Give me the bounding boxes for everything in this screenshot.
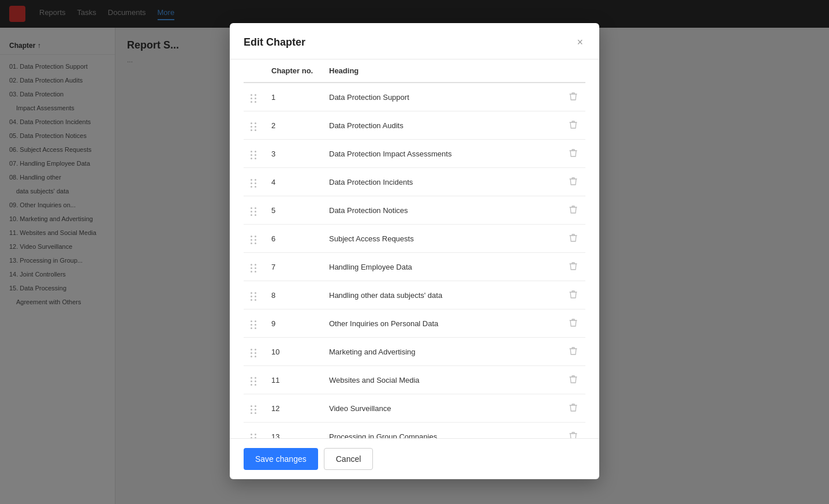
table-row: 11Websites and Social Media	[244, 366, 585, 394]
chapter-heading: Data Protection Notices	[324, 196, 562, 225]
table-row: 3Data Protection Impact Assessments	[244, 140, 585, 168]
chapter-number: 4	[267, 168, 324, 196]
trash-icon	[569, 233, 577, 242]
cancel-button[interactable]: Cancel	[324, 448, 374, 470]
table-row: 9Other Inquiries on Personal Data	[244, 309, 585, 338]
chapter-heading: Marketing and Advertising	[324, 338, 562, 366]
delete-cell	[562, 196, 585, 225]
chapter-heading: Data Protection Incidents	[324, 168, 562, 196]
trash-icon	[569, 177, 577, 186]
table-row: 7Handling Employee Data	[244, 253, 585, 281]
table-row: 10Marketing and Advertising	[244, 338, 585, 366]
delete-cell	[562, 83, 585, 111]
delete-cell	[562, 140, 585, 168]
chapter-number: 10	[267, 338, 324, 366]
chapter-heading: Data Protection Impact Assessments	[324, 140, 562, 168]
chapter-heading: Subject Access Requests	[324, 225, 562, 253]
drag-handle[interactable]	[248, 148, 259, 162]
delete-cell	[562, 111, 585, 140]
chapter-heading: Video Surveillance	[324, 394, 562, 423]
drag-handle-cell	[244, 111, 267, 140]
col-heading-header: Heading	[324, 59, 562, 83]
drag-handle[interactable]	[248, 290, 259, 303]
drag-handle[interactable]	[248, 431, 259, 438]
drag-handle-cell	[244, 338, 267, 366]
delete-chapter-button[interactable]	[567, 288, 580, 303]
delete-chapter-button[interactable]	[567, 146, 580, 162]
table-row: 6Subject Access Requests	[244, 225, 585, 253]
chapter-number: 12	[267, 394, 324, 423]
table-row: 5Data Protection Notices	[244, 196, 585, 225]
trash-icon	[569, 375, 577, 384]
drag-handle-cell	[244, 309, 267, 338]
drag-handle-cell	[244, 423, 267, 439]
delete-chapter-button[interactable]	[567, 259, 580, 275]
delete-cell	[562, 253, 585, 281]
chapter-heading: Handling other data subjects' data	[324, 281, 562, 309]
drag-handle-cell	[244, 225, 267, 253]
drag-handle[interactable]	[248, 375, 259, 388]
drag-handle[interactable]	[248, 262, 259, 275]
trash-icon	[569, 148, 577, 158]
chapter-heading: Data Protection Audits	[324, 111, 562, 140]
chapter-heading: Handling Employee Data	[324, 253, 562, 281]
chapter-number: 5	[267, 196, 324, 225]
delete-chapter-button[interactable]	[567, 174, 580, 190]
delete-chapter-button[interactable]	[567, 401, 580, 416]
chapter-number: 1	[267, 83, 324, 111]
modal-header: Edit Chapter ×	[230, 23, 599, 59]
drag-handle[interactable]	[248, 205, 259, 218]
trash-icon	[569, 318, 577, 327]
modal-overlay: Edit Chapter × Chapter no. Heading	[0, 0, 829, 504]
chapter-heading: Websites and Social Media	[324, 366, 562, 394]
delete-cell	[562, 309, 585, 338]
drag-handle[interactable]	[248, 177, 259, 190]
delete-cell	[562, 366, 585, 394]
chapter-number: 7	[267, 253, 324, 281]
drag-handle-cell	[244, 281, 267, 309]
drag-handle[interactable]	[248, 92, 259, 105]
table-row: 13Processing in Group Companies	[244, 423, 585, 439]
table-row: 12Video Surveillance	[244, 394, 585, 423]
delete-chapter-button[interactable]	[567, 429, 580, 439]
drag-handle[interactable]	[248, 346, 259, 360]
trash-icon	[569, 431, 577, 439]
chapter-number: 11	[267, 366, 324, 394]
trash-icon	[569, 403, 577, 412]
col-number-header: Chapter no.	[267, 59, 324, 83]
delete-chapter-button[interactable]	[567, 372, 580, 388]
chapter-number: 9	[267, 309, 324, 338]
drag-handle[interactable]	[248, 318, 259, 331]
delete-chapter-button[interactable]	[567, 231, 580, 247]
table-row: 1Data Protection Support	[244, 83, 585, 111]
col-drag	[244, 59, 267, 83]
chapter-table-body: 1Data Protection Support 2Data Protectio…	[244, 83, 585, 438]
drag-handle[interactable]	[248, 403, 259, 416]
modal-body[interactable]: Chapter no. Heading 1Data Protection Sup…	[230, 59, 599, 438]
edit-chapter-modal: Edit Chapter × Chapter no. Heading	[230, 23, 599, 479]
trash-icon	[569, 346, 577, 356]
delete-chapter-button[interactable]	[567, 344, 580, 360]
table-row: 4Data Protection Incidents	[244, 168, 585, 196]
chapter-heading: Processing in Group Companies	[324, 423, 562, 439]
trash-icon	[569, 262, 577, 271]
drag-handle[interactable]	[248, 233, 259, 247]
delete-chapter-button[interactable]	[567, 89, 580, 105]
delete-cell	[562, 281, 585, 309]
delete-cell	[562, 168, 585, 196]
delete-chapter-button[interactable]	[567, 316, 580, 331]
delete-chapter-button[interactable]	[567, 118, 580, 133]
table-header: Chapter no. Heading	[244, 59, 585, 83]
chapter-number: 8	[267, 281, 324, 309]
chapter-table: Chapter no. Heading 1Data Protection Sup…	[244, 59, 585, 438]
delete-cell	[562, 225, 585, 253]
chapter-number: 2	[267, 111, 324, 140]
save-changes-button[interactable]: Save changes	[244, 448, 318, 470]
chapter-number: 3	[267, 140, 324, 168]
delete-chapter-button[interactable]	[567, 203, 580, 218]
drag-handle[interactable]	[248, 120, 259, 133]
drag-handle-cell	[244, 83, 267, 111]
drag-handle-cell	[244, 168, 267, 196]
modal-close-button[interactable]: ×	[574, 35, 585, 50]
chapter-heading: Other Inquiries on Personal Data	[324, 309, 562, 338]
